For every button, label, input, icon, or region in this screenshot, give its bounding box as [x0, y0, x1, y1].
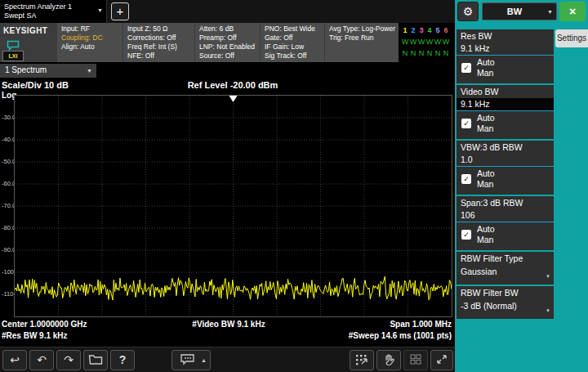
rbw-filter-type-dropdown[interactable]: Gaussian ▼	[457, 265, 554, 281]
system-settings-button[interactable]: ⚙	[457, 2, 479, 21]
man-option[interactable]: Man	[477, 123, 493, 133]
help-icon: ?	[111, 351, 134, 369]
res-bw-group: Res BW 9.1 kHz ✓ Auto Man	[457, 29, 554, 83]
status-line: NFE: Off	[127, 52, 194, 61]
res-bw-label: Res BW	[457, 29, 554, 43]
trace-number: 4	[425, 25, 434, 36]
scale-div-label: Scale/Div 10 dB	[2, 80, 69, 90]
status-line: Preamp: Off	[199, 34, 260, 43]
trace-selector[interactable]: 1 Spectrum ▼	[0, 64, 96, 78]
status-line: LNP: Not Enabled	[199, 43, 260, 52]
man-option[interactable]: Man	[477, 68, 493, 78]
touch-mode-button[interactable]	[376, 350, 401, 370]
instrument-name: Spectrum Analyzer 1	[4, 2, 72, 11]
video-bw-group: Video BW 9.1 kHz ✓ Auto Man	[457, 85, 554, 139]
status-line: IF Gain: Low	[265, 43, 324, 52]
grid-squares-icon	[409, 354, 422, 368]
trace-state: N	[434, 47, 442, 59]
expand-icon	[435, 354, 448, 368]
menu-dropdown[interactable]: BW ▼	[482, 2, 557, 20]
status-line: Source: Off	[199, 52, 260, 61]
fullscreen-button[interactable]	[430, 350, 453, 370]
rbw-filter-type-group: RBW Filter Type Gaussian ▼	[457, 252, 554, 285]
help-button[interactable]: ?	[110, 350, 135, 370]
status-line: Freq Ref: Int (S)	[127, 43, 194, 52]
res-bw-auto-man-toggle[interactable]: ✓ Auto Man	[457, 56, 554, 81]
y-axis-labels: -30.0-40.0-50.0-60.0-70.0-80.0-90.0-100-…	[1, 96, 14, 316]
status-line: Input Z: 50 Ω	[127, 25, 194, 34]
folder-icon	[88, 354, 103, 368]
man-option[interactable]: Man	[477, 235, 493, 244]
close-icon: ×	[569, 5, 576, 18]
trace-type: W	[409, 36, 417, 47]
status-line: Atten: 6 dB	[199, 25, 260, 34]
auto-option[interactable]: Auto	[477, 168, 495, 178]
auto-option[interactable]: Auto	[477, 113, 495, 123]
checkbox-icon: ✓	[461, 174, 471, 184]
res-bw-value[interactable]: 9.1 kHz	[457, 43, 554, 56]
tab-settings[interactable]: Settings	[555, 29, 588, 47]
trace-type: W	[442, 36, 450, 47]
status-line: Align: Auto	[61, 43, 122, 52]
bottom-toolbar: ↩ ↶ ↷ ? ▲	[0, 347, 455, 372]
vbw-rbw-auto-man-toggle[interactable]: ✓ Auto Man	[457, 167, 554, 192]
spectrum-plot[interactable]	[15, 96, 452, 316]
trace-type: W	[401, 36, 409, 47]
video-bw-value[interactable]: 9.1 kHz	[457, 98, 554, 111]
status-column-atten: Atten: 6 dB Preamp: Off LNP: Not Enabled…	[194, 23, 260, 62]
trace-number: 3	[417, 25, 425, 36]
chevron-down-icon: ▼	[546, 274, 550, 279]
auto-option[interactable]: Auto	[477, 224, 495, 234]
rbw-filter-type-value: Gaussian	[461, 267, 497, 276]
add-tab-button[interactable]: +	[111, 2, 129, 20]
ref-level-label: Ref Level -20.00 dBm	[131, 80, 335, 90]
video-bw-auto-man-toggle[interactable]: ✓ Auto Man	[457, 111, 554, 137]
back-button[interactable]: ↩	[2, 350, 27, 370]
status-column-input: Input: RF Coupling: DC Align: Auto	[57, 23, 122, 62]
checkbox-icon: ✓	[461, 119, 471, 128]
y-axis-label: -100	[2, 268, 14, 276]
spectrum-analyzer-app: Spectrum Analyzer 1 Swept SA ▼ + KEYSIGH…	[0, 0, 588, 372]
span-rbw-value[interactable]: 106	[457, 209, 554, 222]
status-column-pno: PNO: Best Wide Gate: Off IF Gain: Low Si…	[260, 23, 324, 62]
res-bw-label: #Res BW 9.1 kHz	[2, 331, 68, 340]
checkbox-icon: ✓	[461, 63, 471, 73]
window-layout-button[interactable]	[403, 350, 428, 370]
arrange-windows-button[interactable]	[350, 350, 374, 370]
center-freq-label: Center 1.0000000 GHz	[2, 320, 87, 329]
annotation-button[interactable]: ▲	[172, 350, 211, 370]
man-option[interactable]: Man	[477, 179, 493, 189]
chevron-down-icon: ▼	[546, 308, 550, 313]
chevron-down-icon: ▼	[547, 9, 553, 15]
instrument-tab[interactable]: Spectrum Analyzer 1 Swept SA ▼	[0, 0, 107, 23]
rbw-filter-bw-dropdown[interactable]: -3 dB (Normal) ▼	[457, 299, 554, 316]
bw-settings-panel: ⚙ BW ▼ × Settings Res BW 9.1 kHz ✓ Auto …	[455, 0, 588, 372]
span-rbw-label: Span:3 dB RBW	[457, 196, 554, 209]
status-column-avg: Avg Type: Log-Power Trig: Free Run	[324, 23, 399, 62]
chevron-down-icon: ▼	[87, 68, 92, 74]
redo-icon: ↷	[57, 351, 80, 369]
trace-number: 1	[401, 25, 409, 36]
measurement-mode: Swept SA	[4, 11, 37, 20]
move-grid-icon	[354, 355, 369, 369]
trace-state: N	[409, 47, 417, 59]
file-button[interactable]	[83, 350, 108, 370]
span-rbw-ratio-group: Span:3 dB RBW 106 ✓ Auto Man	[457, 196, 554, 250]
close-panel-button[interactable]: ×	[559, 2, 586, 21]
status-line: Corrections: Off	[127, 34, 194, 43]
undo-button[interactable]: ↶	[29, 350, 54, 370]
spectrum-plot-area[interactable]	[14, 95, 452, 317]
status-line: Trig: Free Run	[329, 34, 399, 43]
vbw-rbw-label: VBW:3 dB RBW	[457, 141, 554, 154]
undo-icon: ↶	[30, 351, 53, 369]
vbw-rbw-ratio-group: VBW:3 dB RBW 1.0 ✓ Auto Man	[457, 141, 554, 195]
rbw-filter-bw-value: -3 dB (Normal)	[461, 301, 517, 311]
redo-button[interactable]: ↷	[56, 350, 81, 370]
span-rbw-auto-man-toggle[interactable]: ✓ Auto Man	[457, 222, 554, 248]
status-column-impedance: Input Z: 50 Ω Corrections: Off Freq Ref:…	[122, 23, 194, 62]
vbw-rbw-value[interactable]: 1.0	[457, 154, 554, 167]
trace-status-grid[interactable]: 1 2 3 4 5 6 W W W W W W N N N N N N	[399, 23, 455, 62]
trace-number: 6	[442, 25, 450, 36]
auto-option[interactable]: Auto	[477, 57, 495, 67]
lxi-badge: LXI	[2, 51, 24, 61]
